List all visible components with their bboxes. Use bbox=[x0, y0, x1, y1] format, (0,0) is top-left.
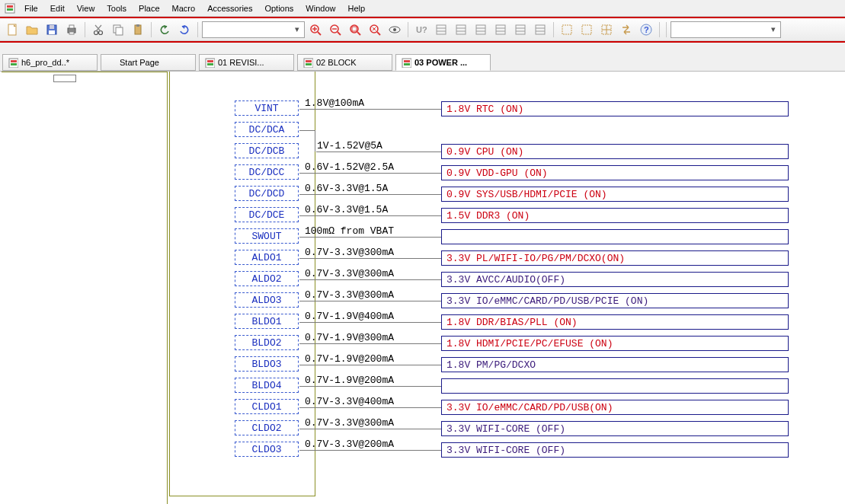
rail-bldo2[interactable]: BLDO2 bbox=[235, 335, 299, 350]
net-box[interactable] bbox=[441, 378, 789, 394]
document-tabs: h6_pro_dd..*Start Page01 REVISI...02 BLO… bbox=[0, 52, 845, 72]
zoom-fit-icon[interactable] bbox=[346, 21, 364, 39]
net-box[interactable]: 1.8V HDMI/PCIE/PC/EFUSE (ON) bbox=[441, 336, 789, 351]
rail-bldo3[interactable]: BLDO3 bbox=[235, 356, 299, 372]
toolbar-separator bbox=[408, 22, 408, 37]
net-box[interactable]: 3.3V IO/eMMC/CARD/PD/USB/PCIE (ON) bbox=[441, 293, 789, 308]
toolbar-combo-2[interactable]: ▾ bbox=[671, 21, 781, 38]
save-icon[interactable] bbox=[43, 21, 61, 39]
tab-label: 01 REVISI... bbox=[218, 58, 264, 67]
tool-c-icon[interactable] bbox=[472, 21, 490, 39]
zoom-out-icon[interactable] bbox=[326, 21, 344, 39]
menu-file[interactable]: File bbox=[18, 2, 44, 14]
rail-dcdce[interactable]: DC/DCE bbox=[235, 207, 299, 222]
spec-label: 0.7V-3.3V@300mA bbox=[305, 268, 394, 279]
net-box[interactable]: 1.8V RTC (ON) bbox=[441, 101, 789, 116]
net-box[interactable]: 0.9V VDD-GPU (ON) bbox=[441, 165, 789, 180]
paste-icon[interactable] bbox=[129, 21, 147, 39]
net-box[interactable]: 1.8V PM/PG/DCXO bbox=[441, 357, 789, 372]
net-box[interactable]: 3.3V PL/WIFI-IO/PG/PM/DCXO(ON) bbox=[441, 250, 789, 266]
tab-power[interactable]: 03 POWER ... bbox=[395, 54, 491, 71]
rail-swout[interactable]: SWOUT bbox=[235, 228, 299, 244]
menu-options[interactable]: Options bbox=[258, 2, 299, 14]
rail-dcdca[interactable]: DC/DCA bbox=[235, 122, 299, 137]
zoom-area-icon[interactable] bbox=[366, 21, 384, 39]
tab-label: h6_pro_dd..* bbox=[21, 58, 69, 67]
wire bbox=[316, 152, 441, 152]
wire bbox=[299, 237, 441, 238]
menu-tools[interactable]: Tools bbox=[101, 2, 133, 14]
net-box[interactable] bbox=[441, 229, 789, 244]
select-icon[interactable] bbox=[558, 21, 576, 39]
net-box[interactable]: 1.5V DDR3 (ON) bbox=[441, 208, 789, 223]
net-box[interactable]: 3.3V AVCC/AUDIO(OFF) bbox=[441, 272, 789, 287]
schematic-canvas[interactable]: VINT1.8V@100mA1.8V RTC (ON)DC/DCADC/DCB1… bbox=[0, 72, 845, 504]
rail-bldo1[interactable]: BLDO1 bbox=[235, 314, 299, 329]
wire bbox=[299, 386, 441, 387]
net-box[interactable]: 0.9V SYS/USB/HDMI/PCIE (ON) bbox=[441, 187, 789, 202]
net-box[interactable]: 3.3V IO/eMMC/CARD/PD/USB(ON) bbox=[441, 400, 789, 415]
menu-edit[interactable]: Edit bbox=[44, 2, 71, 14]
tab-start[interactable]: Start Page bbox=[101, 54, 196, 71]
tab-block[interactable]: 02 BLOCK bbox=[297, 54, 392, 71]
net-box[interactable]: 1.8V DDR/BIAS/PLL (ON) bbox=[441, 314, 789, 330]
menu-view[interactable]: View bbox=[71, 2, 101, 14]
open-icon[interactable] bbox=[23, 21, 41, 39]
transfer-icon[interactable] bbox=[617, 21, 635, 39]
tool-e-icon[interactable] bbox=[511, 21, 530, 39]
toolbar-separator bbox=[197, 22, 198, 37]
rail-dcdcc[interactable]: DC/DCC bbox=[235, 164, 299, 180]
tool-d-icon[interactable] bbox=[491, 21, 510, 39]
rail-cldo2[interactable]: CLDO2 bbox=[235, 420, 299, 435]
menu-macro[interactable]: Macro bbox=[166, 2, 202, 14]
new-icon[interactable] bbox=[3, 21, 21, 39]
cut-icon[interactable] bbox=[89, 21, 107, 39]
rail-vint[interactable]: VINT bbox=[235, 100, 299, 116]
spec-label: 0.7V-3.3V@300mA bbox=[305, 289, 394, 301]
rail-aldo1[interactable]: ALDO1 bbox=[235, 250, 299, 265]
spec-label: 0.6V-1.52V@2.5A bbox=[305, 161, 394, 173]
print-icon[interactable] bbox=[62, 21, 81, 39]
tool-a-icon[interactable] bbox=[432, 21, 450, 39]
rail-aldo3[interactable]: ALDO3 bbox=[235, 292, 299, 308]
eye-icon[interactable] bbox=[386, 21, 404, 39]
rail-cldo1[interactable]: CLDO1 bbox=[235, 399, 299, 414]
menu-help[interactable]: Help bbox=[341, 2, 371, 14]
wire bbox=[299, 343, 441, 344]
toolbar-separator bbox=[659, 22, 660, 37]
undo-icon[interactable] bbox=[155, 21, 174, 39]
net-box[interactable]: 0.9V CPU (ON) bbox=[441, 144, 789, 159]
wire bbox=[299, 279, 441, 280]
tool-f-icon[interactable] bbox=[531, 21, 549, 39]
zoom-in-icon[interactable] bbox=[306, 21, 325, 39]
wire bbox=[299, 194, 441, 195]
menu-place[interactable]: Place bbox=[133, 2, 166, 14]
net-box[interactable]: 3.3V WIFI-CORE (OFF) bbox=[441, 442, 789, 458]
select-all-icon[interactable] bbox=[578, 21, 596, 39]
toolbar-combo-1[interactable]: ▾ bbox=[202, 21, 305, 38]
menu-window[interactable]: Window bbox=[299, 2, 341, 14]
spec-label: 0.7V-1.9V@200mA bbox=[305, 375, 394, 386]
menu-accessories[interactable]: Accessories bbox=[201, 2, 258, 14]
rail-bldo4[interactable]: BLDO4 bbox=[235, 378, 299, 393]
cross-icon[interactable] bbox=[597, 21, 616, 39]
spec-label: 0.6V-3.3V@1.5A bbox=[305, 204, 388, 215]
svg-rect-1 bbox=[7, 5, 13, 8]
net-box[interactable]: 3.3V WIFI-CORE (OFF) bbox=[441, 421, 789, 436]
uquestion-icon[interactable] bbox=[412, 21, 431, 39]
toolbar-separator bbox=[553, 22, 554, 37]
tab-rev[interactable]: 01 REVISI... bbox=[199, 54, 294, 71]
help-icon[interactable] bbox=[637, 21, 655, 39]
wire bbox=[299, 450, 441, 451]
tab-h6[interactable]: h6_pro_dd..* bbox=[2, 54, 98, 71]
redo-icon[interactable] bbox=[175, 21, 194, 39]
rail-dcdcb[interactable]: DC/DCB bbox=[235, 143, 299, 158]
rail-cldo3[interactable]: CLDO3 bbox=[235, 442, 299, 457]
copy-icon[interactable] bbox=[109, 21, 127, 39]
tool-b-icon[interactable] bbox=[452, 21, 470, 39]
rail-aldo2[interactable]: ALDO2 bbox=[235, 271, 299, 286]
wire bbox=[315, 130, 315, 152]
spec-label: 0.6V-3.3V@1.5A bbox=[305, 183, 388, 194]
spec-label: 1V-1.52V@5A bbox=[317, 140, 382, 152]
rail-dcdcd[interactable]: DC/DCD bbox=[235, 186, 299, 201]
